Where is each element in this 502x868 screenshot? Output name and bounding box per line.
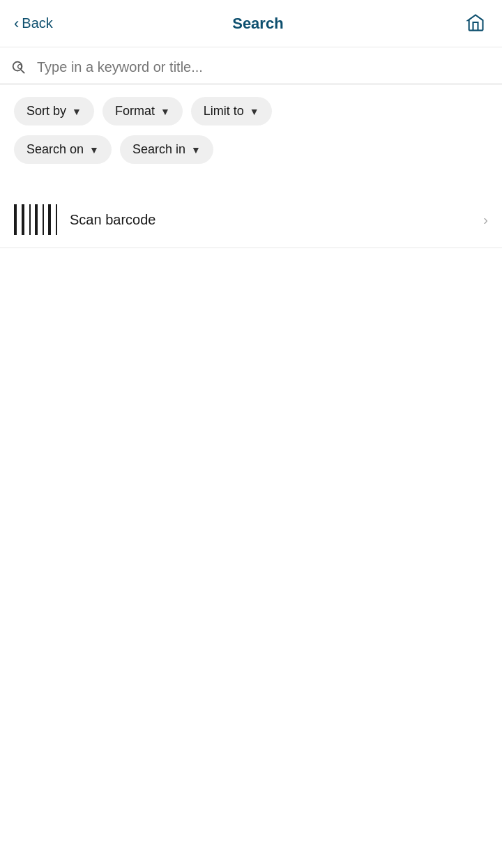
scan-barcode-section: Scan barcode › [0,192,502,248]
format-chevron-icon: ▼ [160,106,170,117]
bar-12 [52,204,54,235]
barcode-icon [14,204,57,235]
bar-13 [56,204,57,235]
bar-9 [43,204,44,235]
bar-2 [18,204,20,235]
search-in-button[interactable]: Search in ▼ [120,135,213,164]
home-icon [466,13,485,32]
bar-1 [14,204,17,235]
bar-7 [35,204,38,235]
home-button[interactable] [463,10,488,37]
scan-barcode-label: Scan barcode [70,212,155,228]
bar-8 [39,204,41,235]
limit-to-button[interactable]: Limit to ▼ [191,97,272,125]
back-button[interactable]: ‹ Back [14,12,53,36]
sort-by-button[interactable]: Sort by ▼ [14,97,94,125]
limit-to-chevron-icon: ▼ [250,106,259,117]
bar-4 [26,204,28,235]
back-chevron-icon: ‹ [14,15,19,33]
sort-by-label: Sort by [26,104,66,119]
scan-barcode-row[interactable]: Scan barcode › [14,192,488,248]
filter-row-1: Sort by ▼ Format ▼ Limit to ▼ [0,84,502,125]
bar-11 [48,204,51,235]
limit-to-label: Limit to [204,104,244,119]
bar-3 [22,204,24,235]
bar-10 [45,204,47,235]
search-on-button[interactable]: Search on ▼ [14,135,112,164]
scan-barcode-chevron-right-icon: › [483,212,488,228]
svg-point-0 [13,62,22,71]
search-on-label: Search on [26,142,84,157]
page-title: Search [53,15,463,33]
sort-by-chevron-icon: ▼ [72,106,82,117]
search-icon-svg [10,59,26,75]
header: ‹ Back Search [0,0,502,47]
bar-5 [29,204,31,235]
format-button[interactable]: Format ▼ [102,97,183,125]
search-in-label: Search in [132,142,185,157]
search-on-chevron-icon: ▼ [89,144,99,155]
filter-row-2: Search on ▼ Search in ▼ [0,125,502,164]
search-in-chevron-icon: ▼ [191,144,201,155]
bar-6 [32,204,33,235]
search-input[interactable] [37,59,488,75]
back-label: Back [22,15,52,31]
format-label: Format [115,104,155,119]
svg-line-1 [21,70,24,73]
search-bar: ⚬ [0,47,502,84]
scan-barcode-left: Scan barcode [14,204,155,235]
